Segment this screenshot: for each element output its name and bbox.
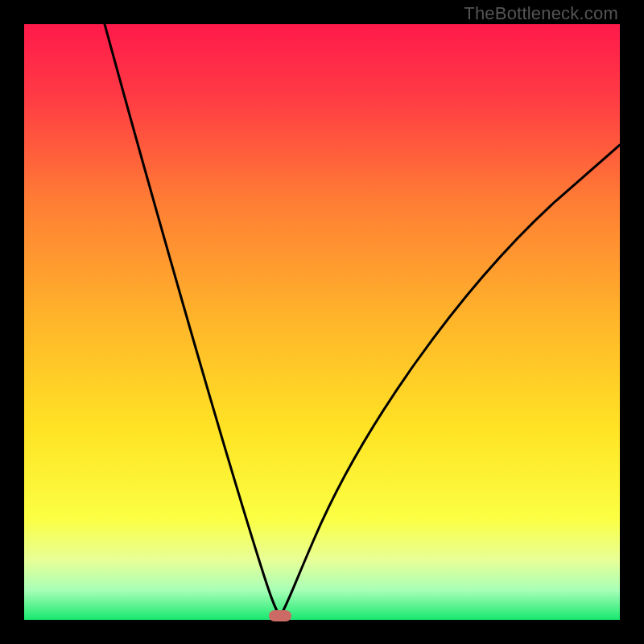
gradient-background <box>24 24 620 620</box>
chart-frame <box>24 24 620 620</box>
watermark-text: TheBottleneck.com <box>464 3 618 24</box>
chart-svg <box>24 24 620 620</box>
vertex-marker <box>269 610 291 621</box>
